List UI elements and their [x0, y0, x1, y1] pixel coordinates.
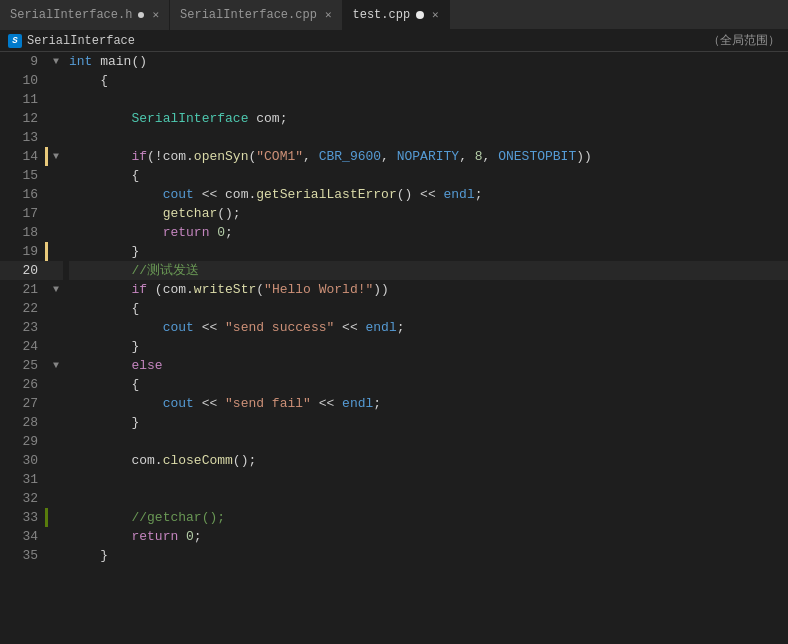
token: ; — [194, 529, 202, 544]
code-line-26: { — [69, 375, 788, 394]
fold-column: ▼▼▼▼ — [49, 52, 63, 644]
token: } — [69, 244, 139, 259]
tab-test-cpp[interactable]: test.cpp ✕ — [343, 0, 450, 30]
ide-window: SerialInterface.h ✕ SerialInterface.cpp … — [0, 0, 788, 644]
code-line-34: return 0; — [69, 527, 788, 546]
tab-label: test.cpp — [353, 8, 411, 22]
marker-17 — [44, 204, 49, 223]
line-num-22: 22 — [0, 299, 44, 318]
token: endl — [444, 187, 475, 202]
line-num-11: 11 — [0, 90, 44, 109]
token: getSerialLastError — [256, 187, 396, 202]
token: cout — [163, 396, 194, 411]
code-line-28: } — [69, 413, 788, 432]
token: 0 — [186, 529, 194, 544]
token: else — [131, 358, 162, 373]
fold-18 — [49, 223, 63, 242]
fold-14[interactable]: ▼ — [49, 147, 63, 166]
marker-14 — [44, 147, 49, 166]
tab-close-icon[interactable]: ✕ — [325, 8, 332, 21]
line-number-gutter: 9101112131415161718192021222324252627282… — [0, 52, 44, 644]
token: NOPARITY — [397, 149, 459, 164]
marker-27 — [44, 394, 49, 413]
token: com. — [69, 453, 163, 468]
fold-29 — [49, 432, 63, 451]
token: ; — [225, 225, 233, 240]
fold-20 — [49, 261, 63, 280]
marker-21 — [44, 280, 49, 299]
token: << — [194, 396, 225, 411]
marker-23 — [44, 318, 49, 337]
marker-20 — [44, 261, 49, 280]
line-num-31: 31 — [0, 470, 44, 489]
line-num-24: 24 — [0, 337, 44, 356]
fold-10 — [49, 71, 63, 90]
fold-22 — [49, 299, 63, 318]
token: { — [69, 377, 139, 392]
fold-25[interactable]: ▼ — [49, 356, 63, 375]
fold-21[interactable]: ▼ — [49, 280, 63, 299]
token: "Hello World!" — [264, 282, 373, 297]
token: << — [194, 320, 225, 335]
token: )) — [373, 282, 389, 297]
code-line-27: cout << "send fail" << endl; — [69, 394, 788, 413]
line-num-17: 17 — [0, 204, 44, 223]
tab-bar: SerialInterface.h ✕ SerialInterface.cpp … — [0, 0, 788, 30]
code-line-19: } — [69, 242, 788, 261]
token — [69, 320, 163, 335]
code-line-29 — [69, 432, 788, 451]
tab-close-icon[interactable]: ✕ — [432, 8, 439, 21]
line-num-9: 9 — [0, 52, 44, 71]
editor-area: 9101112131415161718192021222324252627282… — [0, 52, 788, 644]
token: closeComm — [163, 453, 233, 468]
token: } — [69, 339, 139, 354]
code-line-11 — [69, 90, 788, 109]
fold-33 — [49, 508, 63, 527]
tab-close-icon[interactable]: ✕ — [152, 8, 159, 21]
line-num-12: 12 — [0, 109, 44, 128]
tab-serialinterface-h[interactable]: SerialInterface.h ✕ — [0, 0, 170, 30]
marker-22 — [44, 299, 49, 318]
code-line-16: cout << com.getSerialLastError() << endl… — [69, 185, 788, 204]
code-line-18: return 0; — [69, 223, 788, 242]
code-line-32 — [69, 489, 788, 508]
token — [69, 263, 131, 278]
token: 8 — [475, 149, 483, 164]
fold-19 — [49, 242, 63, 261]
token: , — [459, 149, 475, 164]
token: getchar — [163, 206, 218, 221]
line-num-28: 28 — [0, 413, 44, 432]
token — [69, 510, 131, 525]
line-num-10: 10 — [0, 71, 44, 90]
token: (!com. — [147, 149, 194, 164]
tab-label: SerialInterface.h — [10, 8, 132, 22]
token: , — [303, 149, 319, 164]
marker-26 — [44, 375, 49, 394]
line-num-33: 33 — [0, 508, 44, 527]
breadcrumb-filename[interactable]: SerialInterface — [27, 34, 135, 48]
token — [69, 111, 131, 126]
code-line-35: } — [69, 546, 788, 565]
token: ONESTOPBIT — [498, 149, 576, 164]
token: endl — [342, 396, 373, 411]
token — [69, 187, 163, 202]
code-line-25: else — [69, 356, 788, 375]
token: << — [311, 396, 342, 411]
fold-27 — [49, 394, 63, 413]
token: writeStr — [194, 282, 256, 297]
code-line-33: //getchar(); — [69, 508, 788, 527]
fold-9[interactable]: ▼ — [49, 52, 63, 71]
token — [69, 358, 131, 373]
line-num-20: 20 — [0, 261, 44, 280]
tab-serialinterface-cpp[interactable]: SerialInterface.cpp ✕ — [170, 0, 342, 30]
line-num-35: 35 — [0, 546, 44, 565]
token: 0 — [217, 225, 225, 240]
code-line-9: int main() — [69, 52, 788, 71]
line-num-25: 25 — [0, 356, 44, 375]
marker-31 — [44, 470, 49, 489]
token: SerialInterface — [131, 111, 248, 126]
token: , — [381, 149, 397, 164]
fold-32 — [49, 489, 63, 508]
marker-column — [44, 52, 49, 644]
marker-30 — [44, 451, 49, 470]
